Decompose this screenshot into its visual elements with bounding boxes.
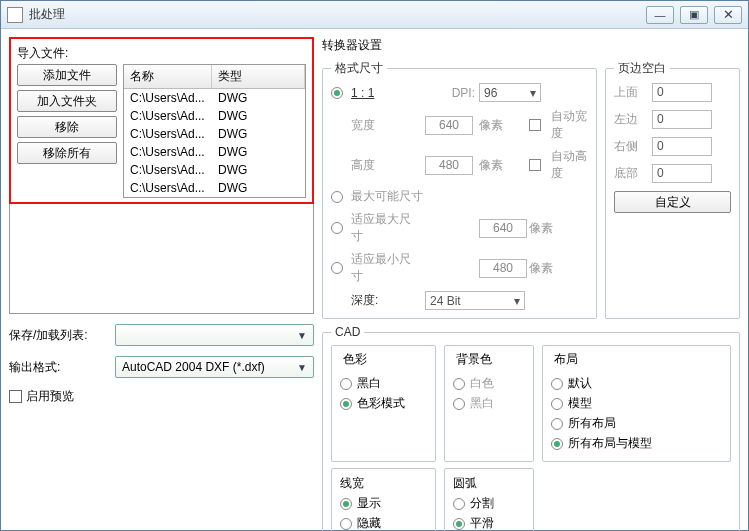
arc-group: 圆弧 分割 平滑 (444, 468, 534, 531)
table-row[interactable]: C:\Users\Ad...DWG (124, 161, 305, 179)
titlebar: 批处理 — ▣ ✕ (1, 1, 748, 29)
radio-layout-all[interactable] (551, 418, 563, 430)
table-row[interactable]: C:\Users\Ad...DWG (124, 143, 305, 161)
radio-layout-default[interactable] (551, 378, 563, 390)
column-type[interactable]: 类型 (212, 65, 305, 88)
remove-all-button[interactable]: 移除所有 (17, 142, 117, 164)
radio-one-to-one[interactable] (331, 87, 343, 99)
radio-max-size[interactable] (331, 191, 343, 203)
custom-margin-button[interactable]: 自定义 (614, 191, 731, 213)
chevron-down-icon: ▾ (514, 294, 520, 308)
radio-lw-show[interactable] (340, 498, 352, 510)
output-format-label: 输出格式: (9, 359, 109, 376)
file-list-extra (9, 204, 314, 314)
add-file-button[interactable]: 添加文件 (17, 64, 117, 86)
radio-bg-white[interactable] (453, 378, 465, 390)
height-input[interactable]: 480 (425, 156, 473, 175)
cad-group: CAD 色彩 黑白 色彩模式 背景色 白色 黑白 布局 默认 (322, 325, 740, 531)
table-row[interactable]: C:\Users\Ad...DWG (124, 179, 305, 197)
layout-group: 布局 默认 模型 所有布局 所有布局与模型 (542, 345, 731, 462)
save-load-list-label: 保存/加载列表: (9, 327, 109, 344)
radio-layout-all-model[interactable] (551, 438, 563, 450)
converter-settings-label: 转换器设置 (322, 37, 740, 54)
table-row[interactable]: C:\Users\Ad...DWG (124, 107, 305, 125)
width-input[interactable]: 640 (425, 116, 473, 135)
margin-top-input[interactable]: 0 (652, 83, 712, 102)
maximize-button[interactable]: ▣ (680, 6, 708, 24)
color-group: 色彩 黑白 色彩模式 (331, 345, 436, 462)
linewidth-group: 线宽 显示 隐藏 (331, 468, 436, 531)
radio-fit-min[interactable] (331, 262, 343, 274)
checkbox-icon (9, 390, 22, 403)
batch-dialog: 批处理 — ▣ ✕ 导入文件: 添加文件 加入文件夹 移除 移除所有 (0, 0, 749, 531)
window-title: 批处理 (29, 6, 646, 23)
import-file-group: 导入文件: 添加文件 加入文件夹 移除 移除所有 名称 类型 (9, 37, 314, 204)
radio-color-mode[interactable] (340, 398, 352, 410)
bgcolor-group: 背景色 白色 黑白 (444, 345, 534, 462)
format-size-group: 格式尺寸 1 : 1 DPI: 96▾ 宽度 640 像素 自动宽度 (322, 60, 597, 319)
depth-combo[interactable]: 24 Bit▾ (425, 291, 525, 310)
auto-width-checkbox[interactable] (529, 119, 541, 131)
minimize-button[interactable]: — (646, 6, 674, 24)
chevron-down-icon: ▼ (297, 330, 307, 341)
page-margin-group: 页边空白 上面0 左边0 右侧0 底部0 自定义 (605, 60, 740, 319)
file-list[interactable]: 名称 类型 C:\Users\Ad...DWG C:\Users\Ad...DW… (123, 64, 306, 198)
save-load-list-combo[interactable]: ▼ (115, 324, 314, 346)
import-label: 导入文件: (17, 45, 306, 62)
chevron-down-icon: ▼ (297, 362, 307, 373)
app-icon (7, 7, 23, 23)
output-format-combo[interactable]: AutoCAD 2004 DXF (*.dxf)▼ (115, 356, 314, 378)
dpi-combo[interactable]: 96▾ (479, 83, 541, 102)
fit-min-input[interactable]: 480 (479, 259, 527, 278)
table-row[interactable]: C:\Users\Ad...DWG (124, 89, 305, 107)
radio-arc-smooth[interactable] (453, 518, 465, 530)
radio-layout-model[interactable] (551, 398, 563, 410)
close-button[interactable]: ✕ (714, 6, 742, 24)
radio-lw-hide[interactable] (340, 518, 352, 530)
auto-height-checkbox[interactable] (529, 159, 541, 171)
fit-max-input[interactable]: 640 (479, 219, 527, 238)
add-folder-button[interactable]: 加入文件夹 (17, 90, 117, 112)
enable-preview-checkbox[interactable]: 启用预览 (9, 388, 314, 405)
remove-button[interactable]: 移除 (17, 116, 117, 138)
margin-right-input[interactable]: 0 (652, 137, 712, 156)
margin-left-input[interactable]: 0 (652, 110, 712, 129)
radio-bg-black[interactable] (453, 398, 465, 410)
radio-arc-split[interactable] (453, 498, 465, 510)
chevron-down-icon: ▾ (530, 86, 536, 100)
radio-fit-max[interactable] (331, 222, 343, 234)
margin-bottom-input[interactable]: 0 (652, 164, 712, 183)
table-row[interactable]: C:\Users\Ad...DWG (124, 125, 305, 143)
radio-bw[interactable] (340, 378, 352, 390)
column-name[interactable]: 名称 (124, 65, 212, 88)
